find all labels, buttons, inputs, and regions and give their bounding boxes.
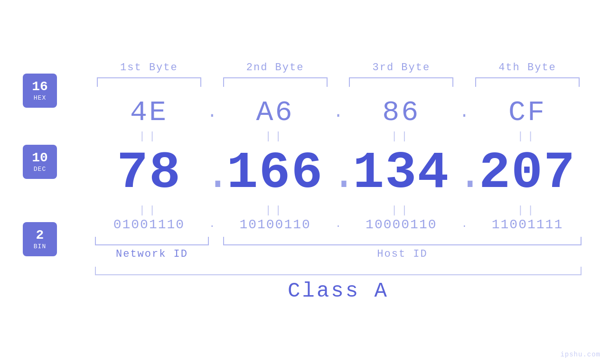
top-bracket-4 bbox=[475, 77, 580, 87]
hex-cell-2: A6 bbox=[223, 96, 328, 129]
dot-bin-1: . bbox=[205, 220, 219, 229]
dec-cell-1: 78 bbox=[97, 143, 201, 203]
top-bracket-2 bbox=[223, 77, 328, 87]
byte3-header: 3rd Byte bbox=[349, 62, 453, 74]
bottom-bracket-area: Network ID Host ID bbox=[90, 237, 586, 260]
byte1-header: 1st Byte bbox=[97, 62, 201, 74]
badge-bin: 2 BIN bbox=[23, 222, 57, 256]
bin-value-2: 10100110 bbox=[239, 217, 310, 232]
dec-row: 78 . 166 . 134 . 207 bbox=[90, 143, 586, 203]
dot-2: . bbox=[331, 104, 345, 121]
bin-value-1: 01001110 bbox=[113, 217, 185, 232]
byte2-header: 2nd Byte bbox=[223, 62, 328, 74]
dec-value-3: 134 bbox=[353, 143, 450, 203]
equals-6: || bbox=[223, 205, 328, 216]
equals-7: || bbox=[349, 205, 453, 216]
badge-dec-number: 10 bbox=[32, 151, 48, 166]
byte-headers-row: 1st Byte 2nd Byte 3rd Byte 4th Byte bbox=[90, 62, 586, 74]
top-bracket-1 bbox=[97, 77, 201, 87]
class-bracket-area bbox=[90, 267, 586, 275]
bin-value-4: 11001111 bbox=[492, 217, 563, 232]
bin-value-3: 10000110 bbox=[366, 217, 437, 232]
badge-dec: 10 DEC bbox=[23, 145, 57, 179]
top-brackets-row bbox=[90, 77, 586, 87]
hex-cell-3: 86 bbox=[349, 96, 453, 129]
bin-row: 01001110 . 10100110 . 10000110 . 1100111… bbox=[90, 217, 586, 232]
dot-dec-2: . bbox=[331, 154, 345, 202]
dot-1: . bbox=[205, 104, 219, 121]
equals-3: || bbox=[349, 131, 453, 142]
hex-cell-4: CF bbox=[475, 96, 580, 129]
main-container: 16 HEX 10 DEC 2 BIN 1st Byte 2nd Byte 3r… bbox=[0, 0, 610, 364]
bin-cell-3: 10000110 bbox=[349, 217, 453, 232]
equals-row-1: || || || || bbox=[90, 131, 586, 142]
hex-value-1: 4E bbox=[130, 96, 168, 129]
badge-hex-label: HEX bbox=[34, 94, 46, 102]
badge-dec-label: DEC bbox=[34, 166, 46, 173]
bin-cell-4: 11001111 bbox=[475, 217, 580, 232]
dot-bin-2: . bbox=[331, 220, 345, 229]
hex-row: 4E . A6 . 86 . CF bbox=[90, 96, 586, 129]
bin-cell-2: 10100110 bbox=[223, 217, 328, 232]
equals-5: || bbox=[97, 205, 201, 216]
hex-cell-1: 4E bbox=[97, 96, 201, 129]
equals-8: || bbox=[475, 205, 580, 216]
network-id-section: Network ID bbox=[95, 237, 209, 260]
host-id-section: Host ID bbox=[223, 237, 582, 260]
equals-row-2: || || || || bbox=[90, 205, 586, 216]
class-label: Class A bbox=[90, 279, 586, 303]
dec-cell-2: 166 bbox=[223, 143, 328, 203]
dec-value-4: 207 bbox=[479, 143, 576, 203]
hex-value-2: A6 bbox=[256, 96, 294, 129]
dot-dec-3: . bbox=[457, 154, 471, 202]
dec-cell-3: 134 bbox=[349, 143, 453, 203]
badge-hex-number: 16 bbox=[32, 80, 48, 94]
hex-value-3: 86 bbox=[382, 96, 420, 129]
host-bracket bbox=[223, 237, 582, 245]
badge-bin-number: 2 bbox=[36, 228, 44, 243]
class-bracket bbox=[95, 267, 582, 275]
top-bracket-3 bbox=[349, 77, 453, 87]
host-id-label: Host ID bbox=[377, 248, 427, 260]
content-area: 1st Byte 2nd Byte 3rd Byte 4th Byte 4E . bbox=[24, 62, 586, 303]
watermark: ipshu.com bbox=[560, 351, 601, 358]
hex-value-4: CF bbox=[508, 96, 546, 129]
network-bracket bbox=[95, 237, 209, 245]
badge-hex: 16 HEX bbox=[23, 74, 57, 108]
dot-bin-3: . bbox=[457, 220, 471, 229]
byte4-header: 4th Byte bbox=[475, 62, 580, 74]
dec-cell-4: 207 bbox=[475, 143, 580, 203]
dot-3: . bbox=[457, 104, 471, 121]
equals-2: || bbox=[223, 131, 328, 142]
equals-4: || bbox=[475, 131, 580, 142]
dec-value-2: 166 bbox=[227, 143, 324, 203]
dec-value-1: 78 bbox=[117, 143, 181, 203]
equals-1: || bbox=[97, 131, 201, 142]
badge-bin-label: BIN bbox=[34, 243, 46, 250]
bin-cell-1: 01001110 bbox=[97, 217, 201, 232]
network-id-label: Network ID bbox=[116, 248, 188, 260]
dot-dec-1: . bbox=[205, 154, 219, 202]
